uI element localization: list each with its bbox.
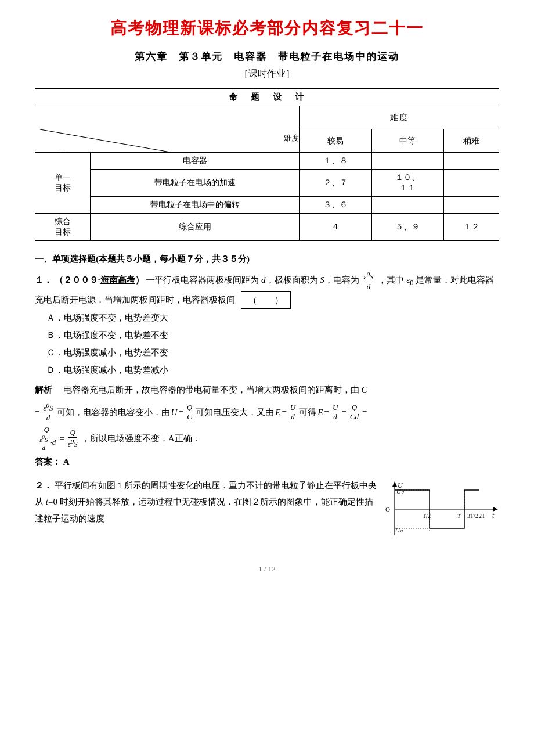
frac-Q-eps-S: Q ε0S	[67, 428, 79, 449]
problem-1-choices: Ａ．电场强度不变，电势差变大 Ｂ．电场强度不变，电势差不变 Ｃ．电场强度减小，电…	[46, 309, 499, 379]
frac-Q-Cd: Q Cd	[349, 403, 360, 422]
problem-1: １． （２００９·海南高考） 一平行板电容器两极板间距为 d，极板面积为 S，电…	[35, 271, 499, 470]
problem-1-text1: 一平行板电容器两极板间距为 d，极板面积为 S，电容为	[146, 275, 359, 285]
difficulty-label: 难度	[284, 133, 299, 143]
svg-text:T/2: T/2	[423, 513, 431, 519]
answer-value: A	[63, 457, 70, 466]
combined-content: 综合应用	[90, 214, 299, 241]
deflect-medium	[371, 197, 443, 214]
col-hard: 稍难	[444, 129, 499, 153]
frac-U-d: U d	[289, 403, 297, 422]
svg-text:t: t	[492, 512, 495, 520]
problem-1-answer: 答案： A	[35, 454, 499, 470]
subtitle: 第六章 第３单元 电容器 带电粒子在电场中的运动	[35, 50, 499, 63]
cap-medium	[371, 153, 443, 170]
col-easy: 较易	[300, 129, 371, 153]
choice-C: Ｃ．电场强度减小，电势差不变	[46, 344, 499, 361]
combined-medium: ５、９	[371, 214, 443, 241]
uv-graph: U t O U₀ -U₀ T/2 T 3T/2 2T	[383, 477, 499, 547]
svg-text:T: T	[457, 513, 461, 519]
cap-hard	[444, 153, 499, 170]
difficulty-header: 难度	[300, 106, 499, 129]
svg-text:O: O	[385, 506, 390, 513]
problem-1-analysis: 解析 电容器充电后断开，故电容器的带电荷量不变，当增大两极板间的距离时，由 C	[35, 382, 499, 398]
problem-2: ２． 平行板间有如图１所示的周期性变化的电压．重力不计的带电粒子静止在平行板中央…	[35, 477, 499, 553]
combined-easy: ４	[300, 214, 371, 241]
accel-easy: ２、７	[300, 170, 371, 197]
frac-U-d2: U d	[331, 403, 339, 422]
question-num-label: 题号	[56, 150, 71, 153]
accel-hard	[444, 170, 499, 197]
frac-eps-s-d: ε0S d	[42, 402, 54, 423]
svg-marker-3	[392, 481, 397, 487]
problem-2-num: ２．	[35, 481, 52, 490]
problem-2-text: 平行板间有如图１所示的周期性变化的电压．重力不计的带电粒子静止在平行板中央从 t…	[35, 481, 377, 523]
deflect-content: 带电粒子在电场中的偏转	[90, 197, 299, 214]
problem-2-row: ２． 平行板间有如图１所示的周期性变化的电压．重力不计的带电粒子静止在平行板中央…	[35, 477, 499, 553]
cap-content: 电容器	[90, 153, 299, 170]
diagonal-header-cell: 难度 目标 题号	[35, 106, 300, 153]
col-medium: 中等	[371, 129, 443, 153]
table-header: 命 题 设 计	[35, 89, 499, 106]
problem-2-content: ２． 平行板间有如图１所示的周期性变化的电压．重力不计的带电粒子静止在平行板中央…	[35, 477, 377, 527]
deflect-easy: ３、６	[300, 197, 371, 214]
problem-2-graph: U t O U₀ -U₀ T/2 T 3T/2 2T	[383, 477, 499, 553]
page-number: 1 / 12	[35, 564, 499, 574]
formula-line-1: = ε0S d 可知，电容器的电容变小，由 U= Q C 可知电压变大，又由 E…	[35, 402, 499, 423]
single-target-label: 单一目标	[35, 153, 91, 214]
deflect-hard	[444, 197, 499, 214]
design-table: 命 题 设 计 难度 目标 题号 难度 较易 中等 稍难 单一目标 电容器 １、…	[35, 88, 499, 241]
svg-marker-4	[493, 507, 498, 512]
capacitance-formula: ε0S d	[363, 271, 375, 291]
answer-label: 答案：	[35, 457, 61, 466]
section1-title: 一、单项选择题(本题共５小题，每小题７分，共３５分)	[35, 254, 499, 265]
choice-A: Ａ．电场强度不变，电势差变大	[46, 309, 499, 326]
choice-D: Ｄ．电场强度减小，电势差减小	[46, 361, 499, 379]
svg-text:3T/2: 3T/2	[467, 513, 478, 519]
analysis-label: 解析	[35, 385, 52, 394]
choice-B: Ｂ．电场强度不变，电势差不变	[46, 326, 499, 344]
formula-line-2: Q ε0S d ·d = Q ε0S ，所以电场强度不变，A正确．	[35, 425, 499, 452]
svg-line-0	[40, 129, 300, 153]
analysis-text: 电容器充电后断开，故电容器的带电荷量不变，当增大两极板间的距离时，由 C	[55, 385, 367, 394]
problem-1-num: １．	[35, 275, 52, 285]
problem-1-source: （２００９·	[55, 275, 100, 285]
svg-text:-U₀: -U₀	[393, 527, 403, 534]
frac-Q-C: Q C	[186, 403, 193, 422]
accel-medium: １０、１１	[371, 170, 443, 197]
svg-text:U₀: U₀	[396, 488, 404, 495]
cap-easy: １、８	[300, 153, 371, 170]
answer-bracket: （ ）	[241, 291, 291, 309]
frac-Q-eps-frac: Q ε0S d ·d	[36, 425, 57, 452]
main-title: 高考物理新课标必考部分内容复习二十一	[35, 17, 499, 39]
combined-hard: １２	[444, 214, 499, 241]
accel-content: 带电粒子在电场的加速	[90, 170, 299, 197]
combined-target-label: 综合目标	[35, 214, 91, 241]
section-label: ［课时作业］	[35, 68, 499, 80]
svg-text:2T: 2T	[479, 513, 485, 519]
problem-1-source-text: 海南高考	[100, 275, 135, 285]
